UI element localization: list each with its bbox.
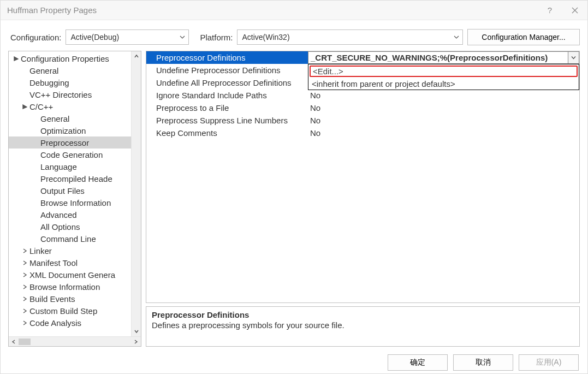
tree-node[interactable]: Command Line [9,233,141,245]
tree-vertical-scrollbar[interactable] [131,51,141,336]
configuration-combo[interactable]: Active(Debug) [66,29,189,45]
nav-tree-container: Configuration Properties General Debuggi… [8,51,141,347]
chevron-down-icon [454,33,459,41]
tree-node[interactable]: Custom Build Step [9,305,141,317]
grid-row[interactable]: Preprocess Suppress Line Numbers No [146,114,579,127]
scroll-down-icon[interactable] [132,326,141,336]
configuration-label: Configuration: [10,33,61,42]
grid-cell-value[interactable]: No [308,114,579,127]
scroll-thumb[interactable] [19,339,31,345]
grid-cell-name: Preprocess Suppress Line Numbers [146,114,308,127]
grid-row[interactable]: Ignore Standard Include Paths No [146,89,579,102]
description-text: Defines a preprocessing symbols for your… [152,320,574,330]
close-button[interactable] [562,1,587,20]
expand-icon[interactable] [21,247,28,254]
tree-node[interactable]: Language [9,161,141,173]
nav-tree[interactable]: Configuration Properties General Debuggi… [9,51,141,336]
tree-node[interactable]: General [9,112,141,124]
chevron-down-icon[interactable] [568,52,579,63]
grid-cell-value[interactable]: No [308,102,579,114]
tree-node[interactable]: Linker [9,245,141,257]
grid-cell-name: Undefine All Preprocessor Definitions [146,76,308,89]
chevron-down-icon [180,33,185,41]
tree-node[interactable]: Browse Information [9,281,141,293]
scroll-up-icon[interactable] [132,51,141,61]
expand-icon[interactable] [21,103,28,110]
tree-node-root[interactable]: Configuration Properties [9,52,141,64]
platform-label: Platform: [200,33,233,42]
description-title: Preprocessor Definitions [152,310,574,319]
expand-icon[interactable] [21,319,28,326]
expand-icon[interactable] [12,55,20,62]
help-button[interactable]: ? [537,1,562,20]
scroll-left-icon[interactable] [9,337,19,347]
platform-combo[interactable]: Active(Win32) [237,29,463,45]
grid-cell-value[interactable]: No [308,89,579,102]
tree-node[interactable]: Optimization [9,124,141,136]
tree-node[interactable]: Precompiled Heade [9,173,141,185]
dropdown-option-inherit[interactable]: <inherit from parent or project defaults… [308,78,579,90]
apply-button[interactable]: 应用(A) [519,354,579,371]
grid-cell-name: Undefine Preprocessor Definitions [146,64,308,76]
property-grid: Preprocessor Definitions _CRT_SECURE_NO_… [146,51,580,303]
grid-cell-name: Ignore Standard Include Paths [146,89,308,102]
tree-node[interactable]: Build Events [9,293,141,305]
expand-icon[interactable] [21,271,28,278]
tree-node-selected[interactable]: Preprocessor [9,136,141,149]
grid-cell-name: Preprocess to a File [146,102,308,114]
scroll-right-icon[interactable] [131,337,141,347]
configuration-row: Configuration: Active(Debug) Platform: A… [1,20,587,51]
tree-node[interactable]: XML Document Genera [9,269,141,281]
grid-cell-name: Preprocessor Definitions [146,51,308,64]
title-bar: Huffman Property Pages ? [1,1,587,20]
configuration-manager-button[interactable]: Configuration Manager... [467,29,580,45]
expand-icon[interactable] [21,283,28,290]
expand-icon[interactable] [21,307,28,314]
tree-node[interactable]: Advanced [9,209,141,221]
cancel-button[interactable]: 取消 [453,354,513,371]
tree-node[interactable]: Code Generation [9,149,141,161]
window-title: Huffman Property Pages [7,5,537,15]
tree-node[interactable]: Output Files [9,185,141,197]
dialog-footer: 确定 取消 应用(A) [1,347,587,371]
tree-horizontal-scrollbar[interactable] [9,336,141,346]
description-panel: Preprocessor Definitions Defines a prepr… [146,306,580,347]
grid-cell-value-dropdown[interactable]: _CRT_SECURE_NO_WARNINGS;%(PreprocessorDe… [308,51,579,64]
grid-row[interactable]: Preprocess to a File No [146,102,579,114]
grid-row[interactable]: Keep Comments No [146,127,579,139]
expand-icon[interactable] [21,259,28,266]
tree-node-ccpp[interactable]: C/C++ [9,100,141,112]
tree-node[interactable]: VC++ Directories [9,88,141,100]
grid-cell-name: Keep Comments [146,127,308,139]
tree-node[interactable]: Manifest Tool [9,257,141,269]
tree-node[interactable]: Code Analysis [9,317,141,329]
tree-node[interactable]: General [9,64,141,76]
dropdown-option-edit[interactable]: <Edit...> [310,66,578,77]
ok-button[interactable]: 确定 [388,354,448,371]
tree-node[interactable]: Browse Information [9,197,141,209]
tree-node[interactable]: Debugging [9,76,141,88]
value-dropdown-popup: <Edit...> <inherit from parent or projec… [308,64,579,90]
grid-row-selected[interactable]: Preprocessor Definitions _CRT_SECURE_NO_… [146,51,579,64]
expand-icon[interactable] [21,295,28,302]
grid-cell-value[interactable]: No [308,127,579,139]
tree-node[interactable]: All Options [9,221,141,233]
